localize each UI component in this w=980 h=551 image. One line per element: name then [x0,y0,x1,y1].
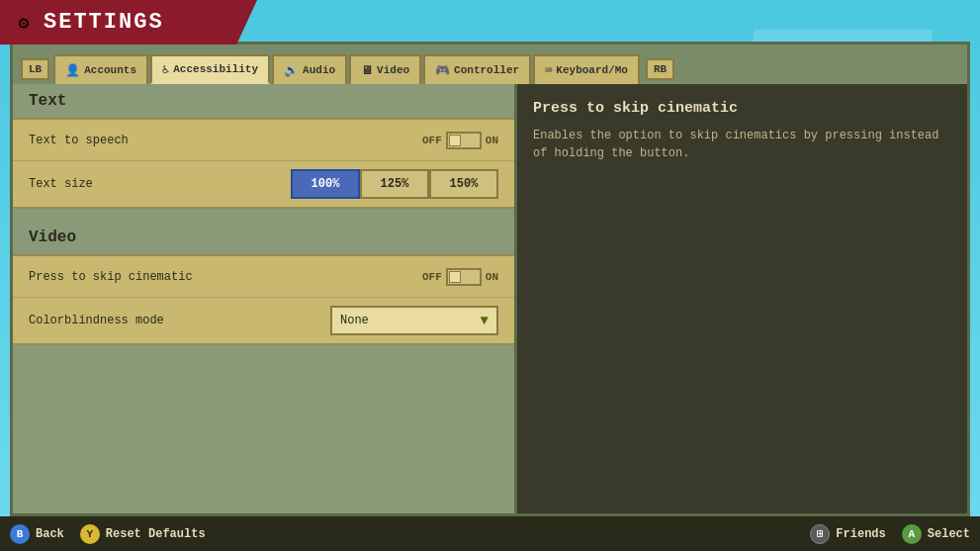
text-section-header: Text [13,84,514,118]
video-settings-group: Press to skip cinematic OFF ON Colorblin… [13,254,514,345]
back-label: Back [36,527,64,541]
colorblindness-row: Colorblindness mode None ▼ [13,298,514,343]
help-description: Enables the option to skip cinematics by… [533,127,951,162]
skip-cinematic-row: Press to skip cinematic OFF ON [13,256,514,298]
settings-icon: ⚙ [12,11,36,35]
colorblindness-value: None [340,314,369,327]
skip-cinematic-toggle[interactable]: OFF ON [422,268,498,286]
header-title: SETTINGS [44,10,164,35]
size-btn-150[interactable]: 150% [429,169,498,199]
back-button[interactable]: B Back [10,524,64,544]
toggle-off-label: OFF [422,135,442,146]
toggle-thumb-skip [449,271,461,283]
text-settings-group: Text to speech OFF ON Text size [13,118,514,209]
right-panel: Press to skip cinematic Enables the opti… [517,84,967,513]
accounts-tab-label: Accounts [84,64,136,76]
colorblindness-label: Colorblindness mode [29,314,330,327]
tab-accessibility[interactable]: ♿ Accessibility [150,54,270,84]
keyboard-tab-label: Keyboard/Mo [556,64,628,76]
video-section: Video Press to skip cinematic OFF ON [13,221,514,345]
main-panel: LB 👤 Accounts ♿ Accessibility 🔊 Audio 🖥 … [10,42,970,516]
controller-tab-icon: 🎮 [435,63,450,78]
tab-keyboard[interactable]: ⌨ Keyboard/Mo [533,54,640,84]
tabs-row: LB 👤 Accounts ♿ Accessibility 🔊 Audio 🖥 … [13,45,967,84]
toggle-thumb [449,135,461,146]
colorblindness-dropdown[interactable]: None ▼ [330,306,498,335]
bottom-left-buttons: B Back Y Reset Defaults [10,524,206,544]
skip-cinematic-label: Press to skip cinematic [29,270,422,284]
friends-label: Friends [836,527,885,541]
b-badge: B [10,524,30,544]
header-banner: ⚙ SETTINGS [0,0,257,45]
select-label: Select [928,527,970,541]
content-area: Text Text to speech OFF ON [13,84,967,513]
tab-accounts[interactable]: 👤 Accounts [53,54,148,84]
audio-tab-icon: 🔊 [284,63,299,78]
text-size-label: Text size [29,177,291,191]
text-size-buttons: 100% 125% 150% [291,169,498,199]
select-button[interactable]: A Select [902,524,970,544]
tab-audio[interactable]: 🔊 Audio [272,54,347,84]
a-badge: A [902,524,922,544]
toggle-switch-skip[interactable] [446,268,482,286]
left-panel: Text Text to speech OFF ON [13,84,517,513]
audio-tab-label: Audio [303,64,335,76]
text-to-speech-row: Text to speech OFF ON [13,120,514,161]
reset-defaults-button[interactable]: Y Reset Defaults [80,524,206,544]
video-tab-label: Video [377,64,409,76]
text-to-speech-toggle[interactable]: OFF ON [422,132,498,149]
controller-tab-label: Controller [454,64,519,76]
size-btn-125[interactable]: 125% [360,169,429,199]
rb-button[interactable]: RB [646,58,674,80]
video-tab-icon: 🖥 [361,63,373,78]
video-section-header: Video [13,221,514,254]
keyboard-tab-icon: ⌨ [545,63,552,78]
accounts-tab-icon: 👤 [65,63,80,78]
bottom-right-buttons: ⊞ Friends A Select [810,524,970,544]
friends-button[interactable]: ⊞ Friends [810,524,885,544]
toggle-switch-text-speech[interactable] [446,132,482,149]
skip-off-label: OFF [422,271,442,283]
text-section: Text Text to speech OFF ON [13,84,514,209]
skip-on-label: ON [486,271,498,283]
text-to-speech-label: Text to speech [29,134,422,147]
lb-button[interactable]: LB [21,58,49,80]
y-badge: Y [80,524,100,544]
accessibility-tab-label: Accessibility [173,63,258,75]
accessibility-tab-icon: ♿ [162,62,169,77]
dropdown-arrow-icon: ▼ [481,313,489,328]
bottom-bar: B Back Y Reset Defaults ⊞ Friends A Sele… [0,516,980,551]
text-size-row: Text size 100% 125% 150% [13,161,514,207]
friends-badge: ⊞ [810,524,830,544]
size-btn-100[interactable]: 100% [291,169,360,199]
reset-label: Reset Defaults [106,527,206,541]
toggle-on-label: ON [486,135,498,146]
help-title: Press to skip cinematic [533,100,951,117]
tab-video[interactable]: 🖥 Video [349,54,421,84]
tab-controller[interactable]: 🎮 Controller [423,54,531,84]
